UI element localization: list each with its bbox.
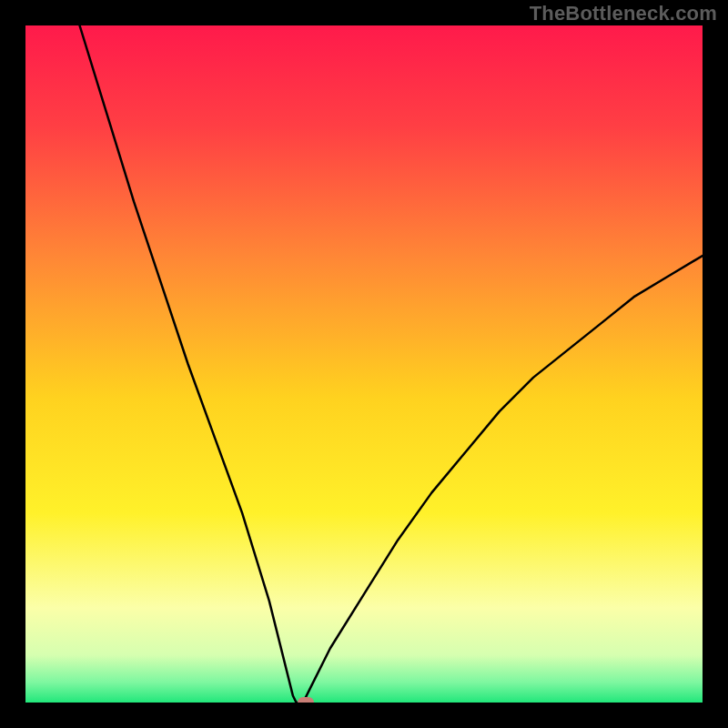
optimal-marker [298,697,314,703]
bottleneck-curve [80,25,703,703]
watermark-text: TheBottleneck.com [530,2,717,25]
curve-layer [25,25,703,703]
plot-area [25,25,703,703]
chart-frame: TheBottleneck.com [0,0,728,728]
